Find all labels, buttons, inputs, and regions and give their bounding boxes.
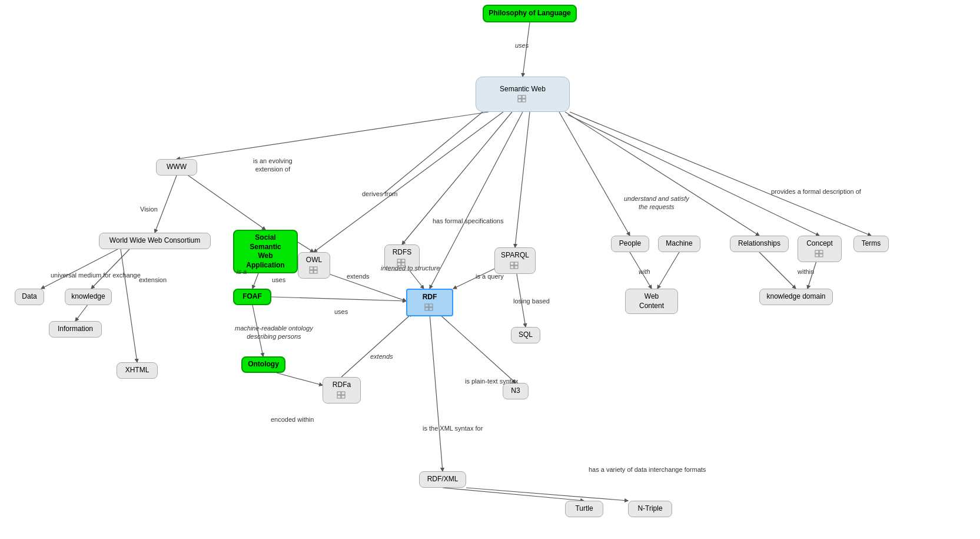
node-label-turtle: Turtle	[575, 504, 593, 514]
node-label-foaf: FOAF	[242, 292, 262, 302]
node-ntriple[interactable]: N-Triple	[628, 501, 672, 517]
node-ontology[interactable]: Ontology	[241, 356, 285, 373]
node-label-rdfs: RDFS	[393, 248, 412, 257]
svg-rect-50	[514, 266, 518, 269]
svg-line-31	[657, 252, 679, 289]
svg-line-24	[277, 373, 323, 385]
node-foaf[interactable]: FOAF	[233, 289, 271, 305]
edge-label-5: extension	[139, 276, 167, 284]
node-knowledgedomain[interactable]: knowledge domain	[759, 289, 833, 305]
svg-rect-39	[310, 267, 313, 270]
node-rdfs[interactable]: RDFS	[384, 244, 420, 271]
svg-line-13	[91, 249, 129, 289]
edge-label-1: is an evolving extension of	[253, 157, 293, 174]
edge-label-4: Vision	[140, 205, 158, 213]
node-relationships[interactable]: Relationships	[730, 236, 789, 252]
svg-rect-43	[397, 259, 401, 262]
node-sparql[interactable]: SPARQL	[494, 247, 536, 274]
edge-label-15: extends	[370, 352, 393, 361]
svg-rect-45	[397, 263, 401, 266]
svg-line-0	[523, 22, 530, 77]
node-www[interactable]: WWW	[156, 159, 197, 176]
edge-label-3: has formal specifications	[433, 217, 503, 225]
node-label-ntriple: N-Triple	[637, 504, 662, 514]
svg-line-8	[565, 112, 759, 236]
svg-rect-57	[337, 395, 341, 398]
node-label-semantic_web: Semantic Web	[500, 85, 546, 94]
svg-rect-51	[425, 304, 428, 307]
node-label-sparql: SPARQL	[501, 251, 529, 260]
svg-rect-42	[314, 270, 317, 273]
edge-label-18: losing based	[513, 297, 550, 305]
node-n3[interactable]: N3	[503, 383, 529, 399]
edge-label-22: provides a formal description of	[771, 187, 861, 196]
node-rdfxml[interactable]: RDF/XML	[419, 471, 466, 488]
svg-line-22	[271, 297, 406, 301]
node-xhtml[interactable]: XHTML	[117, 362, 158, 379]
node-sql[interactable]: SQL	[511, 327, 540, 343]
node-philosophy[interactable]: Philosophy of Language	[483, 5, 577, 22]
svg-rect-53	[425, 307, 428, 310]
node-rdfa[interactable]: RDFa	[323, 377, 361, 404]
node-label-social: Social Semantic Web Application	[239, 233, 292, 270]
node-icon-concept	[815, 250, 825, 259]
svg-line-10	[570, 112, 871, 236]
svg-rect-47	[510, 262, 514, 265]
svg-rect-58	[341, 395, 345, 398]
node-label-ontology: Ontology	[248, 360, 279, 369]
node-label-wwwc: World Wide Web Consortium	[109, 236, 200, 246]
node-machine[interactable]: Machine	[658, 236, 700, 252]
svg-line-29	[466, 488, 628, 501]
node-label-www: WWW	[167, 163, 187, 172]
node-owl[interactable]: OWL	[298, 252, 330, 279]
node-rdf[interactable]: RDF	[406, 289, 453, 316]
node-icon-sparql	[510, 262, 520, 270]
svg-rect-61	[815, 254, 819, 257]
edge-label-2: derives from	[362, 190, 398, 198]
node-icon-semantic_web	[517, 95, 528, 104]
node-label-concept: Concept	[806, 239, 833, 249]
edge-label-14: encoded within	[271, 415, 314, 424]
svg-line-15	[121, 249, 137, 362]
node-label-terms: Terms	[862, 239, 881, 249]
edge-label-13: machine-readable ontology describing per…	[235, 324, 313, 341]
svg-line-28	[443, 488, 584, 501]
svg-line-12	[41, 249, 118, 289]
node-icon-owl	[309, 266, 320, 275]
node-terms[interactable]: Terms	[853, 236, 889, 252]
svg-rect-35	[518, 95, 521, 98]
node-label-knowledgedomain: knowledge domain	[766, 292, 825, 302]
node-webcontent[interactable]: Web Content	[625, 289, 678, 314]
node-label-webcontent: Web Content	[632, 292, 672, 310]
node-information[interactable]: Information	[49, 321, 102, 338]
svg-line-6	[515, 112, 530, 247]
node-data[interactable]: Data	[15, 289, 44, 305]
node-wwwc[interactable]: World Wide Web Consortium	[99, 233, 211, 249]
node-icon-rdfs	[397, 259, 407, 267]
svg-rect-49	[510, 266, 514, 269]
node-social[interactable]: Social Semantic Web Application	[233, 230, 298, 273]
node-label-people: People	[619, 239, 641, 249]
node-knowledge[interactable]: knowledge	[65, 289, 112, 305]
svg-rect-55	[337, 392, 341, 395]
svg-rect-36	[522, 95, 526, 98]
node-label-machine: Machine	[666, 239, 692, 249]
node-concept[interactable]: Concept	[798, 236, 842, 262]
node-semantic_web[interactable]: Semantic Web	[476, 77, 570, 112]
svg-rect-44	[401, 259, 405, 262]
svg-rect-52	[429, 304, 433, 307]
svg-line-34	[177, 167, 265, 230]
svg-rect-41	[310, 270, 313, 273]
node-turtle[interactable]: Turtle	[565, 501, 603, 517]
svg-rect-60	[819, 250, 823, 253]
node-label-rdfxml: RDF/XML	[427, 475, 459, 484]
svg-line-4	[402, 112, 512, 244]
edge-label-21: with	[639, 267, 650, 276]
svg-line-32	[759, 252, 796, 289]
svg-line-3	[314, 112, 503, 252]
svg-line-23	[253, 305, 263, 356]
node-people[interactable]: People	[611, 236, 649, 252]
svg-rect-40	[314, 267, 317, 270]
node-label-n3: N3	[511, 386, 520, 396]
svg-line-7	[559, 112, 630, 236]
